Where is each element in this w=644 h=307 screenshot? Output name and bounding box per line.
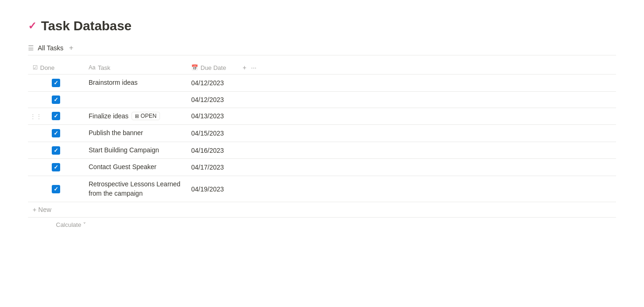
task-cell-6: Contact Guest Speaker (84, 159, 187, 176)
due-date-2[interactable]: 04/12/2023 (191, 96, 224, 103)
date-col-icon: 📅 (191, 64, 198, 71)
checkbox-5[interactable] (52, 146, 60, 155)
new-row-button[interactable]: + New (28, 202, 616, 218)
calculate-chevron-icon: ˅ (83, 221, 86, 228)
date-cell-2: 04/12/2023 (187, 91, 261, 108)
extra-cell-3 (261, 108, 616, 125)
done-cell-4 (28, 125, 84, 142)
page-wrapper: ✓ Task Database ☰ All Tasks + ☑ Done (0, 0, 644, 251)
done-cell-6 (28, 159, 84, 176)
col-done: ☑ Done (28, 61, 84, 75)
date-col-label: Due Date (201, 64, 226, 71)
date-cell-1: 04/12/2023 (187, 75, 261, 92)
checkbox-1[interactable] (52, 79, 60, 87)
task-cell-5: Start Building Campaign (84, 142, 187, 159)
view-list-icon: ☰ (28, 44, 34, 52)
task-name-1[interactable]: Brainstorm ideas (89, 79, 138, 86)
drag-handle-3[interactable]: ⋮⋮ (30, 113, 42, 120)
add-view-button[interactable]: + (67, 43, 75, 53)
task-cell-4: Publish the banner (84, 125, 187, 142)
task-cell-1: Brainstorm ideas (84, 75, 187, 92)
done-col-icon: ☑ (33, 64, 38, 71)
task-col-label: Task (98, 64, 111, 71)
task-col-icon: Aa (89, 64, 96, 71)
task-cell-2 (84, 91, 187, 108)
extra-cell-1 (261, 75, 616, 92)
task-name-6[interactable]: Contact Guest Speaker (89, 163, 157, 171)
add-col-button[interactable]: + (242, 64, 246, 71)
checkbox-6[interactable] (52, 163, 60, 171)
checkbox-3[interactable] (52, 112, 60, 120)
more-options-button[interactable]: ··· (251, 64, 256, 71)
checkbox-2[interactable] (52, 96, 60, 104)
calculate-label: Calculate (56, 221, 81, 228)
date-cell-3: 04/13/2023 (187, 108, 261, 125)
extra-cell-6 (261, 159, 616, 176)
col-extra (261, 61, 616, 75)
due-date-4[interactable]: 04/15/2023 (191, 130, 224, 137)
extra-cell-5 (261, 142, 616, 159)
title-checkmark-icon: ✓ (28, 20, 36, 32)
due-date-5[interactable]: 04/16/2023 (191, 147, 224, 154)
extra-cell-4 (261, 125, 616, 142)
page-title-row: ✓ Task Database (28, 19, 616, 34)
table-row: Start Building Campaign 04/16/2023 (28, 142, 616, 159)
due-date-7[interactable]: 04/19/2023 (191, 185, 224, 193)
open-tag-label: OPEN (141, 113, 157, 119)
table-row: Brainstorm ideas 04/12/2023 (28, 75, 616, 92)
open-tag-icon: ⊞ (135, 113, 139, 119)
calculate-button[interactable]: Calculate ˅ (28, 218, 616, 232)
date-cell-7: 04/19/2023 (187, 176, 261, 202)
view-bar: ☰ All Tasks + (28, 43, 616, 55)
col-due-date: 📅 Due Date + ··· (187, 61, 261, 75)
task-name-7[interactable]: Retrospective Lessons Learned from the c… (89, 180, 180, 197)
task-name-4[interactable]: Publish the banner (89, 129, 143, 136)
table-row: ⋮⋮ Finalize ideas ⊞ OPEN 04/1 (28, 108, 616, 125)
extra-cell-2 (261, 91, 616, 108)
task-table: ☑ Done Aa Task 📅 Due Date (28, 61, 616, 202)
new-row-label: + New (33, 206, 51, 213)
table-row: Contact Guest Speaker 04/17/2023 (28, 159, 616, 176)
done-cell-3: ⋮⋮ (28, 108, 84, 125)
checkbox-7[interactable] (52, 185, 60, 193)
open-tag-3[interactable]: ⊞ OPEN (132, 112, 160, 120)
table-row: 04/12/2023 (28, 91, 616, 108)
col-task: Aa Task (84, 61, 187, 75)
table-row: Publish the banner 04/15/2023 (28, 125, 616, 142)
extra-cell-7 (261, 176, 616, 202)
task-name-3[interactable]: Finalize ideas (89, 112, 129, 121)
due-date-1[interactable]: 04/12/2023 (191, 79, 224, 87)
done-cell-5 (28, 142, 84, 159)
date-cell-6: 04/17/2023 (187, 159, 261, 176)
task-table-container: ☑ Done Aa Task 📅 Due Date (28, 61, 616, 232)
done-cell-1 (28, 75, 84, 92)
due-date-6[interactable]: 04/17/2023 (191, 164, 224, 171)
task-name-5[interactable]: Start Building Campaign (89, 146, 159, 154)
done-cell-7 (28, 176, 84, 202)
task-cell-7: Retrospective Lessons Learned from the c… (84, 176, 187, 202)
table-header-row: ☑ Done Aa Task 📅 Due Date (28, 61, 616, 75)
view-label[interactable]: All Tasks (38, 44, 63, 52)
done-cell-2 (28, 91, 84, 108)
task-cell-3: Finalize ideas ⊞ OPEN (84, 108, 187, 125)
date-cell-4: 04/15/2023 (187, 125, 261, 142)
checkbox-4[interactable] (52, 129, 60, 137)
page-title: Task Database (41, 19, 132, 34)
date-cell-5: 04/16/2023 (187, 142, 261, 159)
table-row: Retrospective Lessons Learned from the c… (28, 176, 616, 202)
due-date-3[interactable]: 04/13/2023 (191, 112, 224, 120)
done-col-label: Done (40, 64, 55, 71)
